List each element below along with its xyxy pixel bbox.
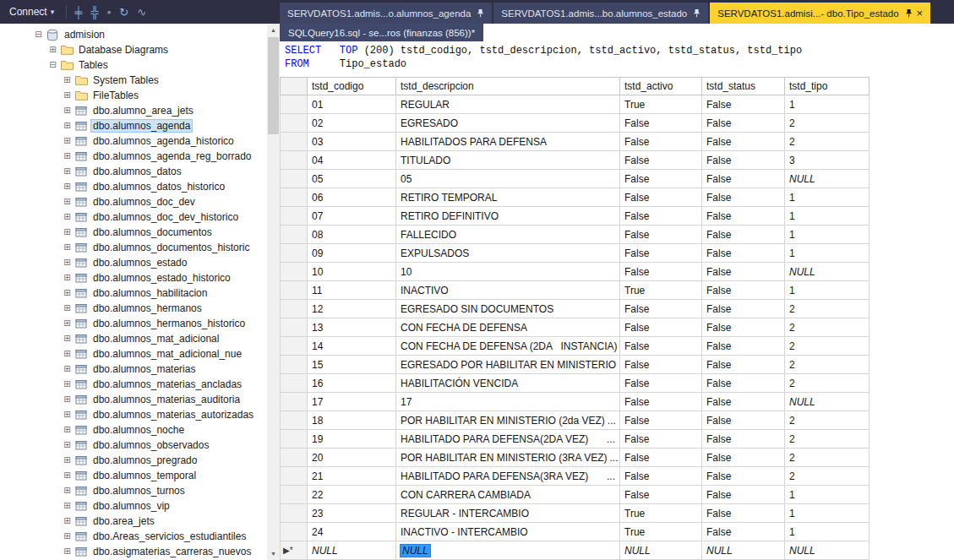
grid-cell-descripcion[interactable]: 10 xyxy=(396,263,620,281)
tree-item-dbo-alumnos-agenda-historico[interactable]: ⊞dbo.alumnos_agenda_historico xyxy=(0,133,267,149)
grid-cell-tipo[interactable]: 2 xyxy=(785,449,870,467)
row-header[interactable] xyxy=(280,170,308,188)
grid-cell-descripcion[interactable]: POR HABILITAR EN MINISTERIO (2da VEZ)... xyxy=(396,411,620,430)
row-header[interactable] xyxy=(280,263,308,281)
row-header[interactable] xyxy=(280,393,308,411)
grid-cell-activo[interactable]: False xyxy=(620,133,702,151)
collapse-box-icon[interactable]: ⊟ xyxy=(48,61,57,69)
pin-icon[interactable] xyxy=(693,8,701,18)
refresh-icon[interactable]: ↻ xyxy=(119,7,128,18)
grid-cell-status[interactable]: False xyxy=(702,449,785,467)
grid-cell-descripcion[interactable]: TITULADO xyxy=(396,151,620,170)
column-header-tstd-codigo[interactable]: tstd_codigo xyxy=(308,77,396,95)
expand-box-icon[interactable]: ⊞ xyxy=(63,532,72,541)
grid-cell-codigo[interactable]: 19 xyxy=(308,430,396,449)
grid-cell-status[interactable]: False xyxy=(702,281,785,300)
expand-box-icon[interactable]: ⊞ xyxy=(63,365,72,373)
grid-cell-activo[interactable]: False xyxy=(620,486,702,504)
grid-cell-activo[interactable]: False xyxy=(620,170,702,188)
grid-cell-codigo[interactable]: 17 xyxy=(308,393,396,411)
grid-cell-status[interactable]: False xyxy=(702,188,785,207)
grid-cell-status[interactable]: False xyxy=(702,393,785,411)
grid-cell-tipo[interactable]: NULL xyxy=(785,170,870,188)
row-header[interactable] xyxy=(280,151,308,170)
expand-box-icon[interactable]: ⊞ xyxy=(63,213,72,221)
row-header[interactable] xyxy=(280,318,308,337)
grid-cell-activo[interactable]: False xyxy=(620,114,702,133)
grid-cell-tipo[interactable]: 3 xyxy=(785,151,870,170)
row-header[interactable] xyxy=(280,95,308,114)
grid-cell-codigo[interactable]: 02 xyxy=(308,114,396,133)
expand-box-icon[interactable]: ⊞ xyxy=(63,258,72,267)
expand-box-icon[interactable]: ⊞ xyxy=(63,167,72,176)
tree-item-dbo-alumnos-materias-ancladas[interactable]: ⊞dbo.alumnos_materias_ancladas xyxy=(0,377,267,392)
sql-query-tab[interactable]: SQLQuery16.sql - se...ros (finanzas (856… xyxy=(280,24,483,41)
grid-cell-descripcion[interactable]: EXPULSADOS xyxy=(396,244,620,263)
tree-item-dbo-alumnos-agenda-reg-borrado[interactable]: ⊞dbo.alumnos_agenda_reg_borrado xyxy=(0,149,267,164)
expand-box-icon[interactable]: ⊞ xyxy=(63,441,72,449)
tree-item-dbo-asigmaterias-carreras-nuevos[interactable]: ⊞dbo.asigmaterias_carreras_nuevos xyxy=(0,544,267,559)
tree-item-dbo-alumnos-datos-historico[interactable]: ⊞dbo.alumnos_datos_historico xyxy=(0,179,267,194)
grid-cell-codigo[interactable]: 23 xyxy=(308,504,396,523)
grid-cell-status[interactable]: False xyxy=(702,356,785,374)
expand-box-icon[interactable]: ⊞ xyxy=(63,289,72,297)
expand-box-icon[interactable]: ⊞ xyxy=(63,426,72,434)
grid-cell-tipo[interactable]: NULL xyxy=(785,263,870,281)
tree-item-database-diagrams[interactable]: ⊞Database Diagrams xyxy=(0,42,267,57)
grid-cell-activo[interactable]: False xyxy=(620,226,702,244)
grid-cell-codigo[interactable]: 18 xyxy=(308,411,396,430)
row-header[interactable] xyxy=(280,449,308,467)
grid-cell-codigo[interactable]: 22 xyxy=(308,486,396,504)
row-header[interactable] xyxy=(280,337,308,356)
tree-item-dbo-alumnos-doc-dev[interactable]: ⊞dbo.alumnos_doc_dev xyxy=(0,194,267,209)
grid-cell-tipo[interactable]: 2 xyxy=(785,300,870,318)
row-header[interactable] xyxy=(280,226,308,244)
column-header-tstd-tipo[interactable]: tstd_tipo xyxy=(785,77,870,95)
tree-item-dbo-alumnos-noche[interactable]: ⊞dbo.alumnos_noche xyxy=(0,422,267,438)
sql-editor[interactable]: SELECT TOP (200) tstd_codigo, tstd_descr… xyxy=(280,41,954,77)
row-header[interactable] xyxy=(280,133,308,151)
grid-cell-descripcion[interactable]: NULL xyxy=(396,541,620,560)
pin-icon[interactable] xyxy=(905,8,913,18)
tree-item-dbo-alumnos-habilitacion[interactable]: ⊞dbo.alumnos_habilitacion xyxy=(0,285,267,301)
grid-cell-activo[interactable]: False xyxy=(620,430,702,449)
tree-item-dbo-alumnos-documentos-historic[interactable]: ⊞dbo.alumnos_documentos_historic xyxy=(0,240,267,255)
grid-cell-tipo[interactable]: 2 xyxy=(785,114,870,133)
grid-cell-descripcion[interactable]: CON FECHA DE DEFENSA (2DA INSTANCIA)... xyxy=(396,337,620,356)
row-header[interactable] xyxy=(280,356,308,374)
tree-item-dbo-alumnos-hermanos-historico[interactable]: ⊞dbo.alumnos_hermanos_historico xyxy=(0,316,267,331)
expand-box-icon[interactable]: ⊞ xyxy=(63,76,72,84)
grid-cell-codigo[interactable]: 15 xyxy=(308,356,396,374)
expand-box-icon[interactable]: ⊞ xyxy=(63,137,72,145)
row-header[interactable] xyxy=(280,523,308,541)
detach-plug-icon[interactable]: ╬ xyxy=(90,7,98,18)
row-header[interactable] xyxy=(280,374,308,393)
grid-cell-activo[interactable]: False xyxy=(620,318,702,337)
tree-item-tables[interactable]: ⊟Tables xyxy=(0,57,267,73)
row-header[interactable] xyxy=(280,244,308,263)
grid-cell-codigo[interactable]: 20 xyxy=(308,449,396,467)
select-all-corner[interactable] xyxy=(280,77,308,95)
tree-item-dbo-area-jets[interactable]: ⊞dbo.area_jets xyxy=(0,514,267,529)
grid-cell-activo[interactable]: True xyxy=(620,281,702,300)
collapse-box-icon[interactable]: ⊟ xyxy=(34,30,43,39)
expand-box-icon[interactable]: ⊞ xyxy=(63,502,72,510)
grid-cell-descripcion[interactable]: POR HABILITAR EN MINISTERIO (3RA VEZ)... xyxy=(396,449,620,467)
grid-cell-tipo[interactable]: 2 xyxy=(785,374,870,393)
connect-button[interactable]: Connect ▾ xyxy=(5,4,58,19)
tree-item-dbo-alumnos-hermanos[interactable]: ⊞dbo.alumnos_hermanos xyxy=(0,301,267,316)
grid-cell-codigo[interactable]: 08 xyxy=(308,226,396,244)
expand-box-icon[interactable]: ⊞ xyxy=(63,228,72,237)
document-tab-umnos-estado[interactable]: SERVDATOS1.admis...bo.alumnos_estado xyxy=(493,3,708,24)
row-header[interactable] xyxy=(280,411,308,430)
expand-box-icon[interactable]: ⊞ xyxy=(63,243,72,252)
expand-box-icon[interactable]: ⊞ xyxy=(48,46,57,54)
tree-item-dbo-alumnos-materias-auditoria[interactable]: ⊞dbo.alumnos_materias_auditoria xyxy=(0,392,267,407)
grid-cell-descripcion[interactable]: 05 xyxy=(396,170,620,188)
stop-icon[interactable]: ▪ xyxy=(107,7,112,18)
expand-box-icon[interactable]: ⊞ xyxy=(63,106,72,115)
expand-box-icon[interactable]: ⊞ xyxy=(63,395,72,404)
grid-cell-activo[interactable]: True xyxy=(620,504,702,523)
tree-item-dbo-alumnos-mat-adicional-nue[interactable]: ⊞dbo.alumnos_mat_adicional_nue xyxy=(0,346,267,362)
close-icon[interactable]: × xyxy=(917,7,924,19)
